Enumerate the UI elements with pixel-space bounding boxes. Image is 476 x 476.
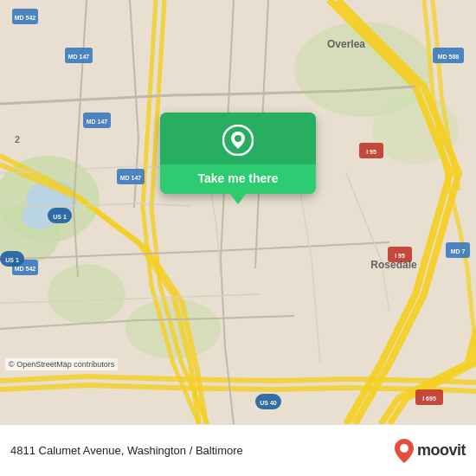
osm-attribution: © OpenStreetMap contributors [5, 358, 118, 370]
svg-text:I 695: I 695 [422, 396, 436, 402]
card-icon-area [160, 113, 316, 164]
svg-text:Overlea: Overlea [327, 38, 365, 50]
svg-text:MD 542: MD 542 [15, 266, 36, 272]
svg-point-39 [235, 135, 241, 142]
bottom-bar: 4811 Calumet Avenue, Washington / Baltim… [0, 424, 476, 476]
tooltip-card: Take me there [160, 113, 316, 194]
svg-text:US 1: US 1 [5, 257, 19, 263]
svg-text:MD 588: MD 588 [438, 54, 460, 60]
svg-text:Rosedale: Rosedale [370, 259, 417, 271]
moovit-brand-name: moovit [417, 441, 466, 460]
svg-text:MD 147: MD 147 [87, 119, 108, 125]
svg-text:MD 147: MD 147 [120, 175, 142, 181]
svg-text:MD 542: MD 542 [15, 15, 36, 21]
svg-point-40 [400, 444, 408, 453]
svg-text:US 40: US 40 [260, 400, 277, 406]
svg-text:MD 7: MD 7 [451, 248, 466, 254]
moovit-pin-icon [395, 439, 414, 463]
svg-text:US 1: US 1 [53, 214, 67, 220]
moovit-logo: moovit [395, 439, 466, 463]
location-pin-icon [222, 125, 254, 156]
map-container: MD 542 MD 542 MD 147 MD 147 MD 147 US 1 … [0, 0, 476, 424]
svg-text:2: 2 [15, 134, 20, 145]
svg-text:I 95: I 95 [366, 149, 376, 155]
svg-text:MD 147: MD 147 [68, 54, 90, 60]
take-me-there-button[interactable]: Take me there [160, 164, 316, 194]
svg-point-3 [48, 264, 125, 325]
address-text: 4811 Calumet Avenue, Washington / Baltim… [10, 444, 243, 457]
svg-text:I 95: I 95 [395, 253, 405, 259]
